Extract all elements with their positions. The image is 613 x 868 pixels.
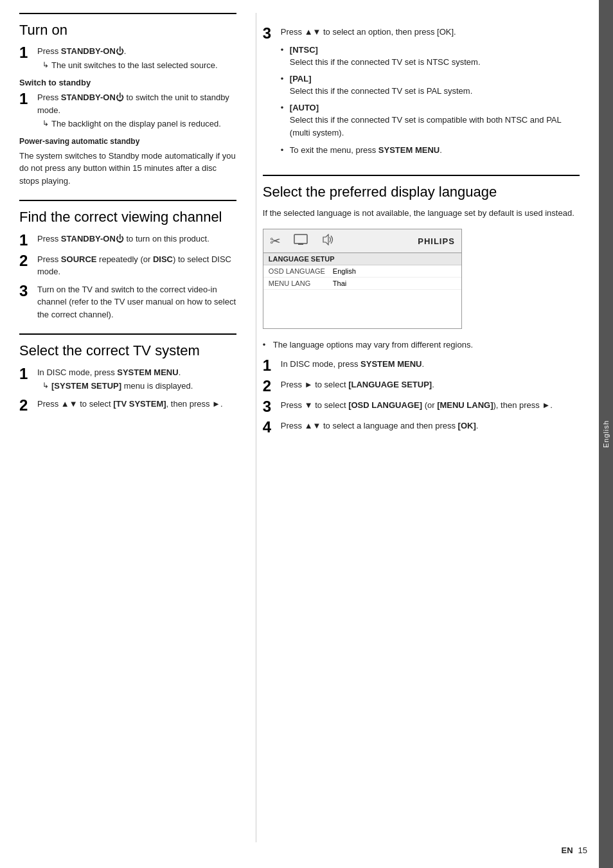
section-tv-system-cont: 3 Press ▲▼ to select an option, then pre…: [263, 13, 580, 162]
svg-rect-1: [298, 244, 303, 245]
step-text: Press STANDBY-ON⏻ to turn on this produc…: [37, 234, 209, 244]
philips-brand: PHILIPS: [418, 236, 455, 246]
item-content: [NTSC] Select this if the connected TV s…: [290, 44, 580, 69]
side-tab-label: English: [602, 420, 610, 448]
step-content: Press ▲▼ to select a language and then p…: [281, 420, 580, 432]
exit-note: • To exit the menu, press SYSTEM MENU.: [281, 144, 580, 157]
power-symbol: ⏻: [116, 46, 124, 56]
step-channel-2: 2 Press SOURCE repeatedly (or DISC) to s…: [19, 253, 236, 278]
step-standby-1: 1 Press STANDBY-ON⏻ to switch the unit t…: [19, 91, 236, 130]
option-ntsc: • [NTSC] Select this if the connected TV…: [281, 44, 580, 69]
page-number: 15: [578, 846, 587, 855]
language-note-text: The language options may vary from diffe…: [273, 339, 473, 351]
section-tv-system: Select the correct TV system 1 In DISC m…: [19, 333, 236, 412]
wrench-icon: ✂: [270, 233, 281, 249]
osd-lang-bold: [OSD LANGUAGE]: [348, 400, 422, 410]
step-number: 1: [19, 91, 32, 107]
power-saving-title: Power-saving automatic standby: [19, 137, 236, 146]
title-tv-system: Select the correct TV system: [19, 342, 236, 359]
arrow-line: ↳ [SYSTEM SETUP] menu is displayed.: [37, 380, 236, 393]
step-content: In DISC mode, press SYSTEM MENU.: [281, 358, 580, 371]
power-saving-body: The system switches to Standby mode auto…: [19, 150, 236, 188]
step-turn-on-1: 1 Press STANDBY-ON⏻. ↳ The unit switches…: [19, 45, 236, 71]
exit-note-text: To exit the menu, press SYSTEM MENU.: [290, 144, 442, 157]
arrow-icon: ↳: [42, 59, 49, 72]
step-tv-1: 1 In DISC mode, press SYSTEM MENU. ↳ [SY…: [19, 366, 236, 393]
osd-value: English: [333, 267, 356, 275]
menu-lang-value: Thai: [333, 279, 346, 287]
step-number: 3: [263, 26, 276, 41]
svg-marker-2: [323, 235, 328, 245]
step-number: 3: [19, 283, 32, 299]
step-text: Press ▲▼ to select an option, then press…: [281, 27, 456, 37]
option-list: • [NTSC] Select this if the connected TV…: [281, 44, 580, 139]
standby-bold: STANDBY-ON: [61, 93, 116, 102]
title-find-channel: Find the correct viewing channel: [19, 209, 236, 226]
step-content: Turn on the TV and switch to the correct…: [37, 283, 236, 321]
lang-setup-bold: [LANGUAGE SETUP]: [348, 380, 432, 389]
sub-text: [SYSTEM SETUP] menu is displayed.: [51, 380, 193, 393]
title-turn-on: Turn on: [19, 22, 236, 39]
exit-note-list: • To exit the menu, press SYSTEM MENU.: [281, 144, 580, 157]
section-find-channel: Find the correct viewing channel 1 Press…: [19, 200, 236, 321]
step-number: 3: [263, 399, 276, 414]
svg-rect-0: [294, 235, 307, 244]
title-display-language: Select the preferred display language: [263, 184, 580, 200]
menu-section-label: LANGUAGE SETUP: [263, 253, 461, 265]
divider-turn-on: [19, 13, 236, 14]
pal-label: [PAL]: [290, 74, 312, 84]
tv-system-bold: [TV SYSTEM]: [113, 399, 166, 409]
steps-standby: 1 Press STANDBY-ON⏻ to switch the unit t…: [19, 91, 236, 130]
disc-bold: DISC: [153, 254, 173, 264]
step-lang-1: 1 In DISC mode, press SYSTEM MENU.: [263, 358, 580, 373]
lang-intro: If the selected language is not availabl…: [263, 207, 580, 220]
tv-icon: [294, 234, 308, 249]
option-pal: • [PAL] Select this if the connected TV …: [281, 73, 580, 98]
subsection-standby: Switch to standby 1 Press STANDBY-ON⏻ to…: [19, 78, 236, 187]
step-number: 4: [263, 420, 276, 435]
page-lang-label: EN: [561, 846, 573, 855]
menu-row-menu-lang: MENU LANG Thai: [263, 278, 461, 290]
step-text: Press ► to select [LANGUAGE SETUP].: [281, 380, 434, 389]
system-menu-bold: SYSTEM MENU: [117, 368, 178, 377]
step-text: Press SOURCE repeatedly (or DISC) to sel…: [37, 254, 231, 277]
item-content: [PAL] Select this if the connected TV se…: [290, 73, 580, 98]
left-column: Turn on 1 Press STANDBY-ON⏻. ↳ The unit …: [19, 13, 256, 842]
step-number: 2: [19, 398, 32, 413]
arrow-icon: ↳: [42, 380, 49, 393]
system-setup-bold: [SYSTEM SETUP]: [51, 381, 121, 391]
bullet-dot: •: [281, 73, 286, 98]
step-text: Press ▼ to select [OSD LANGUAGE] (or [ME…: [281, 400, 553, 410]
osd-label: OSD LANGUAGE: [269, 267, 333, 275]
step-lang-3: 3 Press ▼ to select [OSD LANGUAGE] (or […: [263, 399, 580, 414]
section-turn-on: Turn on 1 Press STANDBY-ON⏻. ↳ The unit …: [19, 13, 236, 187]
step-text: In DISC mode, press SYSTEM MENU.: [281, 359, 424, 369]
auto-label: [AUTO]: [290, 103, 319, 112]
ok-bold: [OK]: [458, 421, 476, 430]
step-text: Turn on the TV and switch to the correct…: [37, 285, 236, 319]
step-content: Press ► to select [LANGUAGE SETUP].: [281, 378, 580, 391]
step-content: Press STANDBY-ON⏻ to turn on this produc…: [37, 233, 236, 245]
steps-find-channel: 1 Press STANDBY-ON⏻ to turn on this prod…: [19, 233, 236, 321]
step-content: Press STANDBY-ON⏻ to switch the unit to …: [37, 91, 236, 130]
standby-on-bold: STANDBY-ON: [61, 46, 116, 56]
bullet-dot: •: [281, 44, 286, 69]
arrow-line: ↳ The backlight on the display panel is …: [37, 118, 236, 130]
bullet-dot: •: [281, 144, 286, 157]
step-channel-1: 1 Press STANDBY-ON⏻ to turn on this prod…: [19, 233, 236, 248]
side-tab: English: [599, 0, 613, 868]
arrow-icon: ↳: [42, 118, 49, 130]
system-menu-lang-bold: SYSTEM MENU: [360, 359, 422, 369]
right-column: 3 Press ▲▼ to select an option, then pre…: [256, 13, 580, 842]
subsubsection-power-saving: Power-saving automatic standby The syste…: [19, 137, 236, 188]
step-content: Press STANDBY-ON⏻. ↳ The unit switches t…: [37, 45, 236, 71]
step-number: 1: [19, 366, 32, 382]
step-number: 1: [19, 233, 32, 248]
steps-tv-system: 1 In DISC mode, press SYSTEM MENU. ↳ [SY…: [19, 366, 236, 413]
standby-bold: STANDBY-ON: [61, 234, 116, 244]
language-note: • The language options may vary from dif…: [263, 339, 580, 351]
step-text: Press STANDBY-ON⏻ to switch the unit to …: [37, 93, 229, 115]
step-lang-2: 2 Press ► to select [LANGUAGE SETUP].: [263, 378, 580, 394]
step-tv-2: 2 Press ▲▼ to select [TV SYSTEM], then p…: [19, 398, 236, 413]
sub-text: The backlight on the display panel is re…: [51, 118, 221, 130]
